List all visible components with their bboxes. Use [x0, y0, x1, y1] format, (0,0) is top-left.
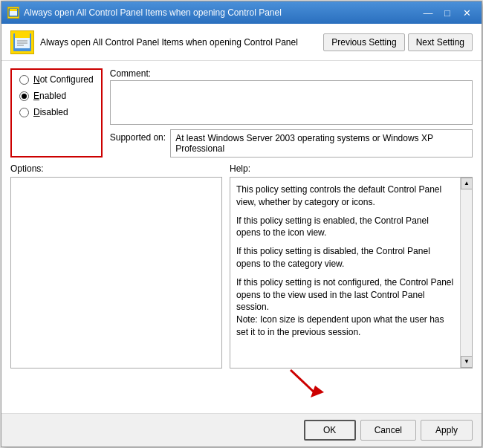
- scrollbar-up-button[interactable]: ▲: [461, 178, 473, 189]
- cancel-button[interactable]: Cancel: [360, 420, 416, 441]
- comment-label: Comment:: [110, 68, 473, 79]
- comment-row: Comment:: [110, 68, 473, 125]
- comment-input[interactable]: [110, 80, 473, 125]
- svg-line-9: [291, 370, 317, 395]
- help-para-3: If this policy setting is disabled, the …: [236, 245, 454, 270]
- dialog-footer: OK Cancel Apply: [1, 413, 482, 447]
- disabled-label: Disabled: [33, 107, 68, 117]
- dialog-header: Always open All Control Panel Items when…: [1, 24, 482, 61]
- supported-row: Supported on: At least Windows Server 20…: [110, 129, 473, 158]
- ok-button[interactable]: OK: [304, 420, 356, 441]
- apply-button[interactable]: Apply: [421, 420, 473, 441]
- dialog-header-title: Always open All Control Panel Items when…: [40, 37, 298, 48]
- svg-rect-1: [10, 11, 17, 16]
- dialog-body: Not Configured Enabled Disabled Comment:: [1, 61, 482, 413]
- supported-value: At least Windows Server 2003 operating s…: [170, 129, 473, 158]
- title-bar: Always open All Control Panel Items when…: [1, 1, 482, 24]
- enabled-label: Enabled: [33, 91, 66, 101]
- window-icon: [7, 7, 19, 19]
- help-para-2: If this policy setting is enabled, the C…: [236, 215, 454, 240]
- not-configured-option[interactable]: Not Configured: [19, 74, 94, 85]
- title-bar-controls: — □ ✕: [419, 5, 476, 20]
- radio-group: Not Configured Enabled Disabled: [10, 68, 103, 158]
- close-button[interactable]: ✕: [458, 5, 476, 20]
- enabled-option[interactable]: Enabled: [19, 91, 94, 101]
- enabled-radio[interactable]: [19, 91, 29, 101]
- red-arrow-icon: [287, 366, 331, 402]
- help-para-4: If this policy setting is not configured…: [236, 276, 454, 339]
- not-configured-label: Not Configured: [33, 74, 94, 85]
- scrollbar-down-button[interactable]: ▼: [461, 356, 473, 368]
- main-window: Always open All Control Panel Items when…: [1, 1, 482, 447]
- disabled-radio[interactable]: [19, 108, 29, 117]
- scrollbar-track: [461, 189, 472, 356]
- next-setting-button[interactable]: Next Setting: [408, 33, 473, 51]
- help-panel: Help: This policy setting controls the d…: [230, 163, 473, 369]
- title-bar-left: Always open All Control Panel Items when…: [7, 7, 282, 19]
- maximize-button[interactable]: □: [438, 5, 456, 20]
- not-configured-radio[interactable]: [19, 75, 29, 85]
- previous-setting-button[interactable]: Previous Setting: [323, 33, 404, 51]
- help-label: Help:: [230, 163, 473, 174]
- arrow-area: [10, 369, 473, 406]
- options-label: Options:: [10, 163, 222, 174]
- help-text: This policy setting controls the default…: [236, 184, 454, 339]
- top-section: Not Configured Enabled Disabled Comment:: [10, 68, 473, 158]
- svg-rect-5: [15, 33, 30, 38]
- right-section: Comment: Supported on: At least Windows …: [110, 68, 473, 158]
- svg-rect-2: [10, 9, 17, 11]
- help-para-1: This policy setting controls the default…: [236, 184, 454, 209]
- help-box: This policy setting controls the default…: [230, 177, 473, 369]
- disabled-option[interactable]: Disabled: [19, 107, 94, 117]
- minimize-button[interactable]: —: [419, 5, 437, 20]
- help-scrollbar[interactable]: ▲ ▼: [460, 178, 472, 368]
- supported-label: Supported on:: [110, 129, 166, 143]
- policy-icon: [10, 30, 34, 54]
- window-title: Always open All Control Panel Items when…: [24, 7, 282, 18]
- options-panel: Options:: [10, 163, 222, 369]
- options-box: [10, 177, 222, 369]
- dialog-header-left: Always open All Control Panel Items when…: [10, 30, 323, 54]
- options-help-section: Options: Help: This policy setting contr…: [10, 163, 473, 369]
- header-buttons: Previous Setting Next Setting: [323, 33, 473, 51]
